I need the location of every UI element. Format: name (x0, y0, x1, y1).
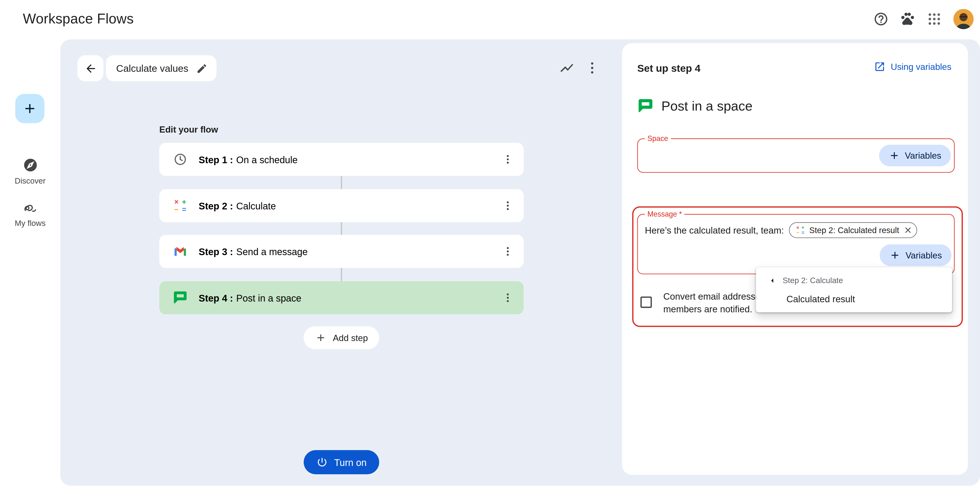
gmail-icon (172, 243, 189, 260)
power-icon (316, 456, 328, 468)
variables-menu-item-calculated-result[interactable]: Calculated result (786, 290, 855, 308)
using-variables-label: Using variables (891, 62, 951, 72)
message-field-label: Message * (645, 210, 684, 218)
apps-grid-button[interactable] (927, 11, 942, 27)
apps-grid-icon (927, 11, 942, 27)
variable-chip-label: Step 2: Calculated result (809, 226, 899, 235)
message-variables-button[interactable]: Variables (880, 244, 951, 266)
chat-icon (637, 98, 654, 115)
step-card-2[interactable]: ×+−= Step 2 :Calculate (159, 189, 524, 222)
step-connector (341, 268, 342, 281)
sidebar-item-label: Discover (15, 177, 46, 185)
topbar-actions (873, 0, 974, 38)
step-label: Step 1 :On a schedule (199, 154, 298, 165)
plus-icon (889, 250, 900, 261)
variables-menu-group[interactable]: Step 2: Calculate (767, 273, 843, 288)
app-title: Workspace Flows (23, 0, 134, 38)
flow-title-chip[interactable]: Calculate values (106, 55, 216, 81)
step-label: Step 4 :Post in a space (199, 293, 301, 303)
new-flow-button[interactable] (15, 94, 45, 123)
step-connector (341, 222, 342, 235)
chat-icon (172, 289, 189, 306)
space-field[interactable]: Space Variables (637, 138, 955, 173)
variables-label: Variables (905, 250, 942, 260)
plus-icon (888, 150, 900, 161)
message-text: Here’s the calculated result, team: (645, 225, 784, 235)
sidebar-item-discover[interactable]: Discover (0, 157, 60, 186)
space-variables-button[interactable]: Variables (879, 145, 951, 166)
plus-icon (22, 101, 38, 116)
step-card-3[interactable]: Step 3 :Send a message (159, 235, 524, 268)
sidebar-item-label: My flows (15, 219, 46, 228)
schedule-icon (172, 151, 189, 167)
back-arrow-icon (84, 62, 97, 75)
activity-button[interactable] (559, 60, 574, 76)
step-menu-button[interactable] (502, 154, 514, 165)
step-card-4[interactable]: Step 4 :Post in a space (159, 281, 524, 314)
back-button[interactable] (78, 55, 103, 81)
variables-menu-group-label: Step 2: Calculate (783, 276, 843, 285)
variables-menu: Step 2: Calculate Calculated result (756, 267, 952, 312)
open-in-new-icon (874, 61, 886, 73)
variables-label: Variables (905, 151, 941, 161)
flow-title: Calculate values (116, 62, 188, 74)
add-step-button[interactable]: Add step (304, 326, 379, 350)
variable-chip[interactable]: ×+−= Step 2: Calculated result (789, 222, 917, 238)
top-bar: Workspace Flows (0, 0, 980, 38)
setup-panel: Set up step 4 Using variables Post in a … (622, 43, 968, 475)
flows-icon (22, 200, 38, 215)
calculate-icon: ×+−= (795, 225, 805, 235)
step-connector (341, 176, 342, 189)
canvas-actions (559, 60, 600, 76)
line-chart-icon (559, 60, 574, 76)
flow-menu-button[interactable] (584, 60, 600, 76)
panel-header: Set up step 4 (637, 63, 700, 75)
calculate-icon: ×+−= (172, 197, 189, 214)
help-button[interactable] (873, 11, 889, 27)
help-icon (873, 11, 889, 27)
turn-on-button[interactable]: Turn on (304, 450, 379, 474)
convert-email-checkbox[interactable] (641, 296, 652, 308)
workspace-flows-app: Workspace Flows (0, 0, 980, 493)
edit-pencil-icon[interactable] (196, 62, 207, 74)
message-content: Here’s the calculated result, team: ×+−=… (645, 222, 917, 238)
step-label: Step 3 :Send a message (199, 246, 308, 257)
avatar-image (953, 9, 974, 29)
pets-button[interactable] (900, 11, 915, 27)
avatar[interactable] (953, 9, 974, 29)
step-card-1[interactable]: Step 1 :On a schedule (159, 143, 524, 176)
panel-step-title-row: Post in a space (637, 98, 752, 115)
arrow-left-icon (767, 275, 777, 286)
sidebar-item-my-flows[interactable]: My flows (0, 200, 60, 228)
step-menu-button[interactable] (502, 246, 514, 257)
close-icon[interactable] (903, 226, 913, 235)
more-vert-icon (584, 60, 600, 76)
using-variables-link[interactable]: Using variables (874, 61, 951, 73)
step-menu-button[interactable] (502, 200, 514, 212)
edit-your-flow-heading: Edit your flow (159, 124, 218, 135)
add-step-label: Add step (333, 332, 368, 343)
space-field-label: Space (645, 135, 671, 142)
compass-icon (22, 157, 38, 173)
step-label: Step 2 :Calculate (199, 200, 276, 211)
plus-icon (315, 332, 326, 344)
pets-icon (900, 11, 915, 27)
panel-step-title: Post in a space (661, 99, 752, 114)
step-menu-button[interactable] (502, 292, 514, 304)
turn-on-label: Turn on (334, 457, 367, 468)
